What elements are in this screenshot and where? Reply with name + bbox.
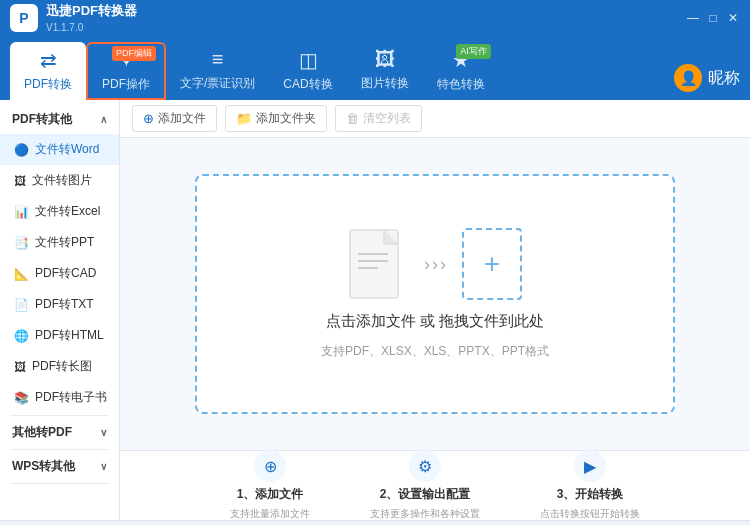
sidebar-group-pdf-to-other[interactable]: PDF转其他∧ <box>0 105 119 134</box>
sidebar-item-to-ppt[interactable]: 📑文件转PPT <box>0 227 119 258</box>
user-name: 昵称 <box>708 68 740 89</box>
sidebar-item-to-html[interactable]: 🌐PDF转HTML <box>0 320 119 351</box>
title-bar: P 迅捷PDF转换器 V1.1.7.0 — □ ✕ <box>0 0 750 35</box>
sidebar-item-icon-to-cad: 📐 <box>14 267 29 281</box>
sidebar-item-icon-to-image: 🖼 <box>14 174 26 188</box>
top-nav: ⇄PDF转换PDF编辑✦PDF操作≡文字/票证识别◫CAD转换🖼图片转换AI写作… <box>0 35 750 100</box>
nav-icon-pdf-convert: ⇄ <box>40 48 57 72</box>
step-subtitle-3: 点击转换按钮开始转换 <box>540 507 640 521</box>
drop-zone-title: 点击添加文件 或 拖拽文件到此处 <box>326 312 544 331</box>
close-button[interactable]: ✕ <box>726 11 740 25</box>
sidebar-divider <box>10 483 109 484</box>
sidebar-item-icon-to-ebook: 📚 <box>14 391 29 405</box>
sidebar-item-icon-to-ppt: 📑 <box>14 236 29 250</box>
add-folder-label: 添加文件夹 <box>256 110 316 127</box>
maximize-button[interactable]: □ <box>706 11 720 25</box>
sidebar-item-to-excel[interactable]: 📊文件转Excel <box>0 196 119 227</box>
nav-item-special-convert[interactable]: AI写作★特色转换 <box>423 42 499 100</box>
sidebar-item-icon-to-longimage: 🖼 <box>14 360 26 374</box>
user-area[interactable]: 👤 昵称 <box>674 64 740 100</box>
step-1: ⊕ 1、添加文件 支持批量添加文件 <box>230 450 310 521</box>
sidebar-item-icon-to-word: 🔵 <box>14 143 29 157</box>
step-title-3: 3、开始转换 <box>557 486 624 503</box>
sidebar-item-label-to-ebook: PDF转电子书 <box>35 389 107 406</box>
sidebar-divider <box>10 449 109 450</box>
sidebar-item-to-cad[interactable]: 📐PDF转CAD <box>0 258 119 289</box>
add-file-label: 添加文件 <box>158 110 206 127</box>
app-title-group: 迅捷PDF转换器 V1.1.7.0 <box>46 2 137 33</box>
sidebar-group-label-pdf-to-other: PDF转其他 <box>12 111 72 128</box>
document-icon <box>348 228 408 300</box>
sidebar-group-wps-to-other[interactable]: WPS转其他∨ <box>0 452 119 481</box>
step-icon-2: ⚙ <box>409 450 441 482</box>
sidebar-divider <box>10 415 109 416</box>
app-logo: P 迅捷PDF转换器 V1.1.7.0 <box>10 2 137 33</box>
nav-item-text-ocr[interactable]: ≡文字/票证识别 <box>166 42 269 100</box>
nav-item-image-convert[interactable]: 🖼图片转换 <box>347 42 423 100</box>
clear-list-label: 清空列表 <box>363 110 411 127</box>
nav-item-pdf-operate[interactable]: PDF编辑✦PDF操作 <box>86 42 166 100</box>
nav-badge-pdf-operate: PDF编辑 <box>112 46 156 61</box>
clear-list-button[interactable]: 🗑 清空列表 <box>335 105 422 132</box>
sidebar-group-label-other-to-pdf: 其他转PDF <box>12 424 72 441</box>
toolbar: ⊕ 添加文件 📁 添加文件夹 🗑 清空列表 <box>120 100 750 138</box>
sidebar-group-label-wps-to-other: WPS转其他 <box>12 458 75 475</box>
sidebar-group-other-to-pdf[interactable]: 其他转PDF∨ <box>0 418 119 447</box>
sidebar-item-icon-to-txt: 📄 <box>14 298 29 312</box>
nav-label-special-convert: 特色转换 <box>437 76 485 93</box>
nav-label-cad-convert: CAD转换 <box>283 76 332 93</box>
plus-doc-icon: + <box>462 228 522 300</box>
chevron-icon: ∧ <box>100 114 107 125</box>
window-controls: — □ ✕ <box>686 11 740 25</box>
main-container: PDF转其他∧🔵文件转Word🖼文件转图片📊文件转Excel📑文件转PPT📐PD… <box>0 100 750 520</box>
nav-item-cad-convert[interactable]: ◫CAD转换 <box>269 42 346 100</box>
clear-list-icon: 🗑 <box>346 111 359 126</box>
sidebar-item-label-to-ppt: 文件转PPT <box>35 234 94 251</box>
chevron-icon: ∨ <box>100 461 107 472</box>
nav-icon-text-ocr: ≡ <box>212 48 224 71</box>
sidebar-item-label-to-word: 文件转Word <box>35 141 99 158</box>
nav-label-pdf-operate: PDF操作 <box>102 76 150 93</box>
app-version: V1.1.7.0 <box>46 22 137 33</box>
sidebar-item-to-txt[interactable]: 📄PDF转TXT <box>0 289 119 320</box>
sidebar-item-to-longimage[interactable]: 🖼PDF转长图 <box>0 351 119 382</box>
chevron-icon: ∨ <box>100 427 107 438</box>
arrow-icon: ››› <box>424 254 446 275</box>
nav-icon-cad-convert: ◫ <box>299 48 318 72</box>
nav-badge-special-convert: AI写作 <box>456 44 491 59</box>
drop-zone[interactable]: ››› + 点击添加文件 或 拖拽文件到此处 支持PDF、XLSX、XLS、PP… <box>195 174 675 414</box>
sidebar-item-to-image[interactable]: 🖼文件转图片 <box>0 165 119 196</box>
sidebar-item-label-to-html: PDF转HTML <box>35 327 104 344</box>
content-area: ⊕ 添加文件 📁 添加文件夹 🗑 清空列表 <box>120 100 750 520</box>
logo-icon: P <box>10 4 38 32</box>
sidebar-item-to-ebook[interactable]: 📚PDF转电子书 <box>0 382 119 413</box>
add-folder-icon: 📁 <box>236 111 252 126</box>
nav-icon-image-convert: 🖼 <box>375 48 395 71</box>
sidebar-item-label-to-image: 文件转图片 <box>32 172 92 189</box>
sidebar-item-icon-to-html: 🌐 <box>14 329 29 343</box>
step-3: ▶ 3、开始转换 点击转换按钮开始转换 <box>540 450 640 521</box>
nav-label-pdf-convert: PDF转换 <box>24 76 72 93</box>
drop-zone-container: ››› + 点击添加文件 或 拖拽文件到此处 支持PDF、XLSX、XLS、PP… <box>120 138 750 450</box>
add-file-button[interactable]: ⊕ 添加文件 <box>132 105 217 132</box>
step-title-1: 1、添加文件 <box>237 486 304 503</box>
sidebar-item-to-word[interactable]: 🔵文件转Word <box>0 134 119 165</box>
step-subtitle-2: 支持更多操作和各种设置 <box>370 507 480 521</box>
step-subtitle-1: 支持批量添加文件 <box>230 507 310 521</box>
sidebar-item-label-to-cad: PDF转CAD <box>35 265 96 282</box>
sidebar-item-label-to-txt: PDF转TXT <box>35 296 94 313</box>
step-icon-3: ▶ <box>574 450 606 482</box>
drop-zone-icons: ››› + <box>348 228 522 300</box>
sidebar: PDF转其他∧🔵文件转Word🖼文件转图片📊文件转Excel📑文件转PPT📐PD… <box>0 100 120 520</box>
nav-label-text-ocr: 文字/票证识别 <box>180 75 255 92</box>
sidebar-item-icon-to-excel: 📊 <box>14 205 29 219</box>
step-2: ⚙ 2、设置输出配置 支持更多操作和各种设置 <box>370 450 480 521</box>
sidebar-item-label-to-longimage: PDF转长图 <box>32 358 92 375</box>
add-folder-button[interactable]: 📁 添加文件夹 <box>225 105 327 132</box>
nav-label-image-convert: 图片转换 <box>361 75 409 92</box>
drop-zone-subtitle: 支持PDF、XLSX、XLS、PPTX、PPT格式 <box>321 343 549 360</box>
step-icon-1: ⊕ <box>254 450 286 482</box>
minimize-button[interactable]: — <box>686 11 700 25</box>
nav-item-pdf-convert[interactable]: ⇄PDF转换 <box>10 42 86 100</box>
app-title: 迅捷PDF转换器 <box>46 2 137 20</box>
